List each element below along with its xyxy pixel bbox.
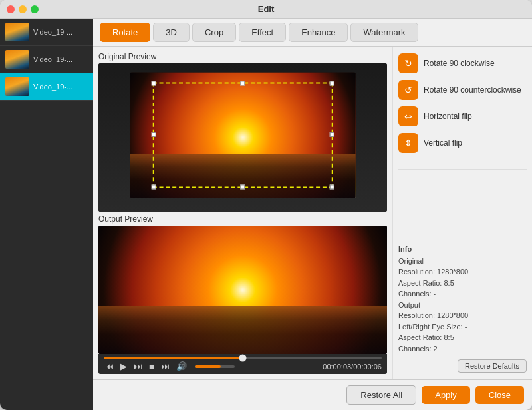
sidebar-label-2: Video_19-... — [33, 83, 72, 91]
output-preview-section: Output Preview ⏮ — [98, 214, 387, 374]
info-panel: ↻ Rotate 90 clockwise ↺ Rotate 90 counte… — [392, 47, 532, 379]
info-output-resolution: Resolution: 1280*800 — [398, 310, 527, 321]
tab-crop[interactable]: Crop — [192, 23, 236, 42]
crop-handle-tr[interactable] — [329, 81, 334, 85]
rotate-ccw-label: Rotate 90 counterclockwise — [424, 85, 521, 95]
flip-v-icon: ⇕ — [398, 133, 418, 153]
content-area: Original Preview — [93, 47, 532, 379]
info-block: Info Original Resolution: 1280*800 Aspec… — [398, 244, 527, 354]
tab-effect[interactable]: Effect — [239, 23, 286, 42]
info-original-resolution: Resolution: 1280*800 — [398, 266, 527, 278]
info-output-label: Output — [398, 300, 527, 311]
crop-handle-bl[interactable] — [152, 184, 156, 189]
sidebar: Video_19-... Video_19-... Video_19-... — [0, 19, 93, 410]
restore-defaults-container: Restore Defaults — [458, 359, 527, 373]
output-ocean-overlay — [98, 306, 387, 354]
info-output-eye-size: Left/Right Eye Size: - — [398, 321, 527, 333]
action-buttons: ↻ Rotate 90 clockwise ↺ Rotate 90 counte… — [398, 53, 527, 153]
original-preview-video — [98, 63, 387, 212]
rotate-ccw-icon: ↺ — [398, 80, 418, 100]
play-button[interactable]: ▶ — [119, 361, 128, 371]
sidebar-label-1: Video_19-... — [33, 55, 72, 63]
info-output-channels: Channels: 2 — [398, 343, 527, 355]
volume-fill — [195, 365, 221, 368]
preview-panel: Original Preview — [93, 47, 392, 379]
output-preview-label: Output Preview — [98, 214, 387, 224]
skip-end-button[interactable]: ⏭ — [160, 361, 171, 371]
sidebar-thumb-0 — [5, 23, 29, 41]
rotate-cw-icon: ↻ — [398, 53, 418, 73]
player-bar: ⏮ ▶ ⏭ ■ ⏭ 🔊 00:00:03/00:00:06 — [98, 354, 387, 374]
crop-handle-mr[interactable] — [329, 132, 334, 137]
main-window: Edit Video_19-... Video_19-... Vid — [0, 0, 532, 410]
info-original-aspect: Aspect Ratio: 8:5 — [398, 278, 527, 289]
crop-handle-br[interactable] — [329, 184, 334, 189]
title-bar: Edit — [0, 0, 532, 19]
progress-thumb[interactable] — [239, 355, 247, 362]
info-title: Info — [398, 244, 527, 255]
original-preview-section: Original Preview — [98, 52, 387, 212]
window-controls — [7, 5, 39, 13]
volume-icon: 🔊 — [175, 361, 188, 371]
time-display: 00:00:03/00:00:06 — [323, 363, 382, 371]
original-video-frame — [130, 72, 356, 198]
progress-fill — [104, 357, 243, 359]
right-panel: Rotate 3D Crop Effect Enhance Watermark … — [93, 19, 532, 410]
output-preview-video — [98, 226, 387, 354]
sidebar-thumb-2 — [5, 77, 29, 96]
skip-forward-button[interactable]: ⏭ — [132, 361, 144, 371]
info-original-channels: Channels: - — [398, 288, 527, 300]
action-flip-v[interactable]: ⇕ Vertical flip — [398, 133, 527, 153]
tab-3d[interactable]: 3D — [153, 23, 190, 42]
player-controls: ⏮ ▶ ⏭ ■ ⏭ 🔊 00:00:03/00:00:06 — [104, 361, 382, 371]
maximize-window-button[interactable] — [31, 5, 39, 13]
action-flip-h[interactable]: ⇔ Horizontal flip — [398, 106, 527, 126]
progress-bar[interactable] — [104, 357, 382, 359]
restore-defaults-button[interactable]: Restore Defaults — [458, 359, 527, 373]
crop-handle-ml[interactable] — [152, 132, 156, 137]
flip-h-label: Horizontal flip — [424, 112, 472, 121]
sidebar-item-1[interactable]: Video_19-... — [0, 46, 93, 73]
tab-rotate[interactable]: Rotate — [100, 23, 150, 42]
crop-handle-tl[interactable] — [152, 81, 156, 85]
info-output-aspect: Aspect Ratio: 8:5 — [398, 332, 527, 343]
apply-button[interactable]: Apply — [422, 386, 470, 404]
crop-handle-bm[interactable] — [240, 184, 245, 189]
main-content: Video_19-... Video_19-... Video_19-... R… — [0, 19, 532, 410]
flip-v-label: Vertical flip — [424, 138, 462, 148]
original-preview-label: Original Preview — [98, 52, 387, 61]
close-window-button[interactable] — [7, 5, 15, 13]
rotate-cw-label: Rotate 90 clockwise — [424, 59, 495, 68]
restore-all-button[interactable]: Restore All — [346, 385, 416, 405]
sidebar-item-0[interactable]: Video_19-... — [0, 19, 93, 46]
toolbar: Rotate 3D Crop Effect Enhance Watermark — [93, 19, 532, 47]
window-title: Edit — [258, 4, 275, 14]
action-rotate-cw[interactable]: ↻ Rotate 90 clockwise — [398, 53, 527, 73]
divider — [398, 169, 527, 170]
tab-watermark[interactable]: Watermark — [350, 23, 418, 42]
stop-button[interactable]: ■ — [148, 361, 156, 371]
close-button[interactable]: Close — [475, 386, 524, 404]
skip-start-button[interactable]: ⏮ — [104, 361, 115, 371]
sidebar-thumb-1 — [5, 50, 29, 69]
info-original-label: Original — [398, 256, 527, 267]
flip-h-icon: ⇔ — [398, 106, 418, 126]
crop-overlay[interactable] — [153, 82, 333, 188]
sidebar-label-0: Video_19-... — [33, 28, 72, 36]
minimize-window-button[interactable] — [19, 5, 27, 13]
crop-handle-tm[interactable] — [240, 81, 245, 85]
tab-enhance[interactable]: Enhance — [289, 23, 348, 42]
sidebar-item-2[interactable]: Video_19-... — [0, 73, 93, 101]
action-rotate-ccw[interactable]: ↺ Rotate 90 counterclockwise — [398, 80, 527, 100]
volume-slider[interactable] — [195, 365, 235, 368]
bottom-bar: Restore All Apply Close — [93, 379, 532, 410]
